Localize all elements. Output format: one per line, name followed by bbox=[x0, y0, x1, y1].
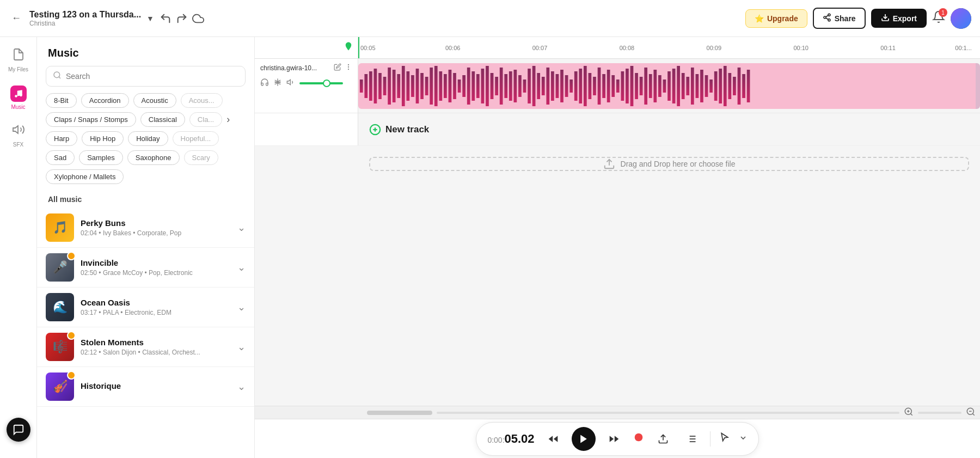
new-track-button[interactable]: New track bbox=[358, 124, 440, 136]
svg-rect-40 bbox=[471, 71, 475, 101]
track-name-row: christina.gwira-10... bbox=[260, 63, 352, 72]
svg-rect-19 bbox=[374, 69, 377, 103]
pin-icon[interactable] bbox=[344, 41, 353, 54]
svg-rect-21 bbox=[383, 77, 387, 95]
svg-rect-69 bbox=[607, 70, 610, 102]
track-name-label: christina.gwira-10... bbox=[260, 64, 330, 72]
svg-rect-55 bbox=[542, 77, 545, 95]
expand-icon[interactable]: ⌄ bbox=[237, 381, 246, 393]
play-button[interactable] bbox=[572, 427, 596, 451]
tag-sad[interactable]: Sad bbox=[46, 150, 75, 165]
avatar[interactable] bbox=[951, 8, 971, 29]
snowflake-button[interactable] bbox=[273, 78, 282, 88]
project-user: Christina bbox=[29, 20, 141, 27]
volume-icon-button[interactable] bbox=[286, 78, 295, 88]
svg-rect-30 bbox=[425, 77, 428, 95]
track-more-button[interactable] bbox=[345, 63, 352, 72]
expand-icon[interactable]: ⌄ bbox=[237, 341, 246, 353]
headphone-button[interactable] bbox=[260, 78, 269, 88]
tag-hopeful[interactable]: Hopeful... bbox=[173, 131, 219, 146]
tag-acoustic[interactable]: Acoustic bbox=[133, 93, 176, 108]
drop-zone-label: Drag and Drop here or choose file bbox=[621, 160, 736, 168]
volume-slider[interactable] bbox=[299, 82, 343, 84]
svg-rect-32 bbox=[434, 66, 438, 106]
tag-holiday[interactable]: Holiday bbox=[128, 131, 168, 146]
svg-rect-36 bbox=[453, 73, 456, 99]
svg-rect-67 bbox=[598, 68, 601, 105]
tag-scary[interactable]: Scary bbox=[184, 150, 218, 165]
back-button[interactable]: ← bbox=[9, 11, 24, 26]
tag-acoustic2[interactable]: Acous... bbox=[181, 93, 223, 108]
thumb-wrap: 🌊 bbox=[46, 293, 74, 321]
tag-hiphop[interactable]: Hip Hop bbox=[82, 131, 124, 146]
chat-button[interactable] bbox=[7, 418, 30, 442]
tag-saxophone[interactable]: Saxophone bbox=[127, 150, 180, 165]
list-item[interactable]: 🎼 Stolen Moments 02:12 • Salon Dijon • C… bbox=[37, 327, 254, 367]
redo-button[interactable] bbox=[176, 13, 188, 25]
svg-rect-83 bbox=[672, 69, 676, 103]
scroll-thumb[interactable] bbox=[367, 411, 432, 415]
tag-harp[interactable]: Harp bbox=[46, 131, 77, 146]
svg-rect-77 bbox=[644, 68, 647, 105]
content-area: 00:05 00:06 00:07 00:08 00:09 00:10 00:1… bbox=[255, 37, 980, 458]
sidebar-item-sfx[interactable]: SFX bbox=[3, 119, 34, 152]
sidebar-item-music[interactable]: Music bbox=[3, 81, 34, 114]
svg-rect-60 bbox=[565, 75, 568, 97]
cursor-select-button[interactable] bbox=[719, 432, 730, 445]
track-waveform[interactable] bbox=[358, 63, 980, 109]
list-item[interactable]: 🎻 Historique ⌄ bbox=[37, 367, 254, 407]
svg-point-116 bbox=[634, 433, 642, 441]
svg-rect-94 bbox=[724, 66, 727, 106]
fast-forward-button[interactable] bbox=[604, 429, 624, 449]
export-button[interactable]: Export bbox=[871, 9, 927, 28]
share-button[interactable]: Share bbox=[813, 8, 866, 29]
list-item[interactable]: 🎤 Invincible 02:50 • Grace McCoy • Pop, … bbox=[37, 248, 254, 288]
tags-scroll-right-button[interactable]: › bbox=[226, 112, 230, 127]
track-mixer-row bbox=[260, 76, 352, 88]
svg-rect-72 bbox=[621, 71, 624, 101]
share-transport-button[interactable] bbox=[653, 429, 673, 449]
new-track-row: New track bbox=[255, 113, 980, 146]
list-item[interactable]: 🎵 Perky Buns 02:04 • Ivy Bakes • Corpora… bbox=[37, 208, 254, 248]
notification-button[interactable]: 1 bbox=[932, 10, 945, 26]
sidebar-item-my-files[interactable]: My Files bbox=[3, 44, 34, 77]
svg-rect-98 bbox=[742, 74, 745, 98]
tag-8bit[interactable]: 8-Bit bbox=[46, 93, 77, 108]
zoom-in-button[interactable] bbox=[904, 407, 914, 419]
cloud-sync-button[interactable] bbox=[192, 13, 204, 25]
svg-rect-68 bbox=[602, 74, 605, 98]
track-edit-button[interactable] bbox=[334, 63, 341, 72]
tag-accordion[interactable]: Accordion bbox=[81, 93, 129, 108]
music-title: Stolen Moments bbox=[81, 338, 231, 347]
tag-xylophone[interactable]: Xylophone / Mallets bbox=[46, 169, 124, 184]
drop-zone[interactable]: Drag and Drop here or choose file bbox=[369, 157, 969, 171]
playhead-ruler bbox=[358, 37, 359, 58]
svg-line-109 bbox=[972, 413, 974, 415]
upgrade-button[interactable]: ⭐ Upgrade bbox=[745, 9, 807, 28]
expand-icon[interactable]: ⌄ bbox=[237, 301, 246, 313]
tag-samples[interactable]: Samples bbox=[79, 150, 123, 165]
svg-rect-26 bbox=[407, 71, 410, 101]
timeline-header: 00:05 00:06 00:07 00:08 00:09 00:10 00:1… bbox=[255, 37, 980, 59]
time-display: 0:00:05.02 bbox=[487, 432, 534, 446]
tag-classical[interactable]: Classical bbox=[140, 112, 185, 127]
zoom-out-button[interactable] bbox=[966, 407, 976, 419]
expand-icon[interactable]: ⌄ bbox=[237, 261, 246, 273]
undo-button[interactable] bbox=[160, 13, 171, 25]
rewind-button[interactable] bbox=[543, 429, 563, 449]
search-input[interactable] bbox=[66, 72, 238, 81]
tag-claps[interactable]: Claps / Snaps / Stomps bbox=[46, 112, 136, 127]
svg-rect-90 bbox=[705, 75, 708, 97]
mix-button[interactable] bbox=[682, 429, 701, 449]
record-button[interactable] bbox=[633, 431, 645, 447]
expand-icon[interactable]: ⌄ bbox=[237, 222, 246, 234]
tag-cla[interactable]: Cla... bbox=[189, 112, 222, 127]
svg-point-1 bbox=[824, 16, 826, 19]
svg-rect-64 bbox=[584, 66, 587, 106]
thumb-perky-buns: 🎵 bbox=[46, 213, 74, 242]
list-item[interactable]: 🌊 Ocean Oasis 03:17 • PALA • Electronic,… bbox=[37, 288, 254, 327]
svg-rect-70 bbox=[611, 75, 615, 97]
waveform-end-handle[interactable] bbox=[976, 63, 980, 109]
cursor-dropdown-button[interactable] bbox=[739, 433, 748, 444]
project-dropdown-button[interactable]: ▼ bbox=[146, 14, 154, 23]
